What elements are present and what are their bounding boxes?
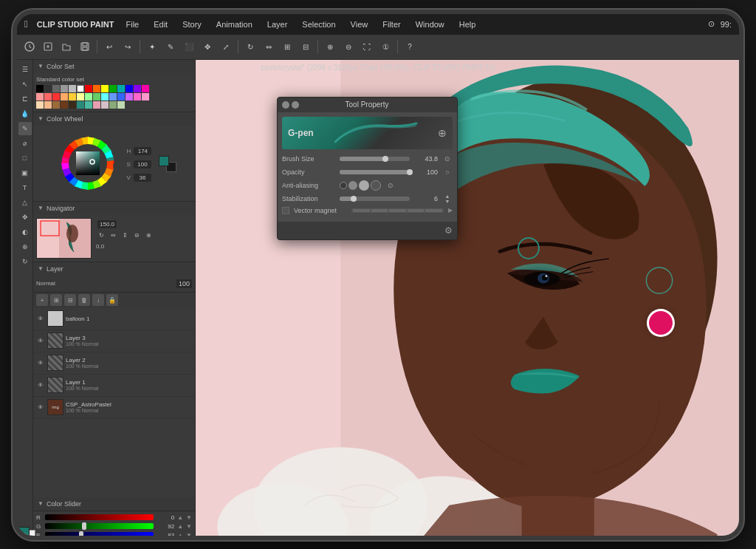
g-arrow-up[interactable]: ▲ (177, 523, 183, 530)
pen-settings-icon[interactable]: ⊕ (438, 127, 447, 139)
swatch-pk2[interactable] (101, 101, 109, 109)
swatch-p1[interactable] (126, 93, 133, 100)
toolbar-btn-pen[interactable]: ✎ (162, 38, 179, 55)
nav-flip-v-btn[interactable]: ⇕ (120, 231, 130, 241)
r-arrow-down[interactable]: ▼ (186, 514, 192, 521)
layer-item-csp[interactable]: 👁 img CSP_AstroPastel 100 % Normal (33, 397, 195, 419)
toolbar-btn-transform[interactable]: ⤢ (218, 38, 234, 55)
tool-rotate[interactable]: ↻ (18, 255, 32, 268)
toolbar-btn-fit[interactable]: ⛶ (359, 38, 375, 55)
b-arrow-down[interactable]: ▼ (186, 532, 192, 539)
canvas-area[interactable]: Tool Property G-pen ⊕ B (196, 60, 739, 540)
swatch-tl2[interactable] (85, 101, 92, 109)
swatch-c1[interactable] (101, 93, 109, 100)
swatch-g2[interactable] (93, 93, 100, 100)
fg-color-swatch[interactable] (18, 527, 30, 539)
swatch-p3[interactable] (142, 93, 149, 100)
swatch-blue[interactable] (126, 85, 133, 92)
dialog-gear-icon[interactable]: ⚙ (444, 225, 453, 236)
opacity-slider[interactable] (340, 170, 410, 174)
fg-bg-swatches[interactable] (18, 527, 35, 540)
toolbar-btn-actual[interactable]: ① (377, 38, 394, 55)
layer-lock-btn[interactable]: 🔒 (106, 294, 118, 306)
tool-eyedropper[interactable]: 💧 (18, 107, 32, 120)
swatch-gray[interactable] (52, 85, 60, 92)
nav-zoom-out-btn[interactable]: ⊖ (131, 231, 142, 241)
layer-merge-btn[interactable]: ↓ (92, 294, 104, 306)
tool-shape[interactable]: △ (18, 196, 32, 209)
swatch-lightgray[interactable] (61, 85, 68, 92)
swatch-r2[interactable] (44, 93, 52, 100)
swatch-sk2[interactable] (44, 101, 52, 109)
swatch-g1[interactable] (85, 93, 92, 100)
nav-rotate-btn[interactable]: ↻ (96, 231, 106, 241)
layer-eye-csp[interactable]: 👁 (36, 403, 45, 412)
toolbar-btn-ruler[interactable]: ⊟ (298, 38, 314, 55)
layer-item-layer2[interactable]: 👁 Layer 2 100 % Normal (33, 352, 195, 375)
g-arrow-down[interactable]: ▼ (186, 523, 192, 530)
layer-item-balloon1[interactable]: 👁 balloon 1 (33, 308, 195, 330)
layer-copy-btn[interactable]: ⊟ (64, 294, 76, 306)
toolbar-btn-new[interactable] (40, 38, 56, 55)
layer-new-btn[interactable]: + (36, 294, 48, 306)
swatch-black[interactable] (36, 85, 44, 92)
color-wheel-widget[interactable] (55, 130, 121, 197)
layer-item-layer1[interactable]: 👁 Layer 1 100 % Normal (33, 375, 195, 397)
swatch-b2[interactable] (117, 93, 125, 100)
toolbar-btn-zoom-in[interactable]: ⊕ (322, 38, 338, 55)
swatch-r3[interactable] (52, 93, 60, 100)
layer-item-layer3[interactable]: 👁 Layer 3 100 % Normal (33, 330, 195, 352)
toolbar-btn-redo[interactable]: ↪ (120, 38, 136, 55)
swatch-silver[interactable] (69, 85, 76, 92)
aa-dot-1[interactable] (348, 181, 357, 190)
b-track[interactable] (45, 532, 154, 538)
b-arrow-up[interactable]: ▲ (177, 532, 183, 539)
menu-file[interactable]: File (123, 18, 142, 30)
aa-dot-2[interactable] (359, 180, 369, 191)
navigator-thumbnail[interactable] (36, 218, 92, 259)
swatch-tl1[interactable] (77, 101, 84, 109)
brush-size-sub-icon[interactable]: ⊙ (442, 154, 453, 164)
layer-folder-btn[interactable]: ⊞ (50, 294, 62, 306)
toolbar-btn-rotate[interactable]: ↻ (242, 38, 258, 55)
menu-layer[interactable]: Layer (264, 18, 291, 30)
h-value[interactable]: 174 (134, 147, 151, 155)
toolbar-btn-save[interactable] (77, 38, 93, 55)
tool-zoom[interactable]: ⊕ (18, 240, 32, 253)
toolbar-btn-open[interactable] (58, 38, 75, 55)
swatch-dk1[interactable] (69, 101, 76, 109)
stab-arrow-up[interactable]: ▲ ▼ (442, 194, 453, 204)
menu-selection[interactable]: Selection (299, 18, 338, 30)
tool-lasso[interactable]: ⊏ (18, 92, 32, 106)
menu-help[interactable]: Help (456, 18, 479, 30)
menu-window[interactable]: Window (413, 18, 447, 30)
nav-flip-h-btn[interactable]: ⇔ (108, 231, 118, 241)
toolbar-btn-magic[interactable]: ✦ (144, 38, 160, 55)
opacity-icon[interactable]: ○ (442, 167, 453, 177)
tool-cursor[interactable]: ↖ (18, 78, 32, 91)
menu-view[interactable]: View (348, 18, 371, 30)
stab-down-arrow[interactable]: ▼ (445, 199, 450, 204)
swatch-pink[interactable] (142, 85, 149, 92)
aa-dot-0[interactable] (340, 182, 347, 189)
s-value[interactable]: 100 (134, 160, 151, 168)
toolbar-btn-undo[interactable]: ↩ (101, 38, 117, 55)
swatch-orange[interactable] (93, 85, 100, 92)
aa-icon[interactable]: ⊙ (385, 180, 396, 191)
swatch-br1[interactable] (52, 101, 60, 109)
dialog-minimize-btn[interactable] (292, 101, 299, 109)
toolbar-btn-bucket[interactable]: ⬛ (181, 38, 197, 55)
swatch-green[interactable] (109, 85, 117, 92)
aa-dot-3[interactable] (371, 180, 381, 191)
layer-eye-layer1[interactable]: 👁 (36, 381, 45, 389)
brush-size-slider[interactable] (340, 157, 410, 161)
swatch-pk1[interactable] (93, 101, 100, 109)
swatch-sk1[interactable] (36, 101, 44, 109)
menu-story[interactable]: Story (179, 18, 205, 30)
swatch-y1[interactable] (77, 93, 84, 100)
stab-up-arrow[interactable]: ▲ (445, 194, 450, 199)
navigator-header[interactable]: ▼ Navigator (33, 202, 195, 215)
swatch-purple[interactable] (134, 85, 141, 92)
swatch-r1[interactable] (36, 93, 44, 100)
layer-delete-btn[interactable]: 🗑 (78, 294, 90, 306)
